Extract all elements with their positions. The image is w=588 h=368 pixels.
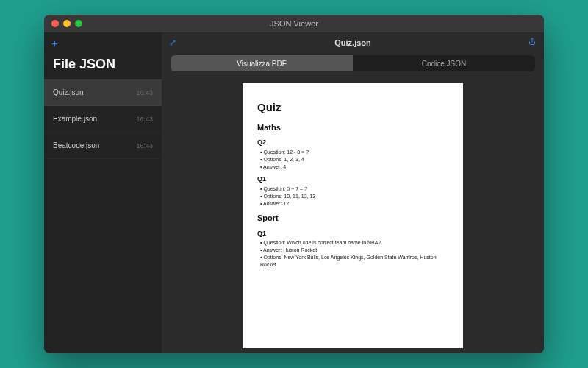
doc-line: Answer: 4	[260, 163, 448, 171]
document-filename: Quiz.json	[334, 38, 371, 47]
sidebar: + File JSON Quiz.json16:43Example.json16…	[44, 32, 162, 353]
traffic-lights	[44, 20, 82, 27]
doc-line: Answer: 12	[260, 200, 448, 208]
minimize-icon[interactable]	[63, 20, 71, 27]
main-toolbar: ⤢ Quiz.json	[162, 32, 544, 52]
doc-line: Question: 12 - 8 = ?	[260, 149, 448, 156]
file-time: 16:43	[136, 116, 153, 123]
file-name: Example.json	[53, 115, 97, 123]
tab-code[interactable]: Codice JSON	[353, 55, 535, 71]
doc-question-label: Q1	[257, 229, 448, 238]
doc-question-label: Q2	[257, 138, 448, 147]
share-icon[interactable]	[528, 37, 537, 48]
sidebar-item-file[interactable]: Example.json16:43	[44, 106, 162, 132]
add-file-icon[interactable]: +	[51, 37, 58, 49]
view-mode-tabs: Visualizza PDF Codice JSON	[171, 55, 535, 71]
doc-line: Options: 10, 11, 12, 13	[260, 193, 448, 200]
document-page: QuizMathsQ2Question: 12 - 8 = ?Options: …	[243, 83, 463, 348]
sidebar-title: File JSON	[44, 54, 162, 79]
expand-icon[interactable]: ⤢	[169, 38, 176, 48]
titlebar: JSON Viewer	[44, 15, 544, 32]
file-list: Quiz.json16:43Example.json16:43Beatcode.…	[44, 79, 162, 159]
window-title: JSON Viewer	[270, 19, 318, 28]
file-name: Beatcode.json	[53, 141, 99, 149]
file-time: 16:43	[136, 142, 153, 149]
window-body: + File JSON Quiz.json16:43Example.json16…	[44, 32, 544, 353]
doc-line: Question: 5 + 7 = ?	[260, 185, 448, 193]
doc-line: Options: New York Bulls, Los Angeles Kin…	[260, 254, 448, 269]
main-panel: ⤢ Quiz.json Visualizza PDF Codice JSON Q…	[162, 32, 544, 353]
file-name: Quiz.json	[53, 88, 84, 96]
sidebar-toolbar: +	[44, 32, 162, 54]
doc-line: Question: Which one is correct team name…	[260, 239, 448, 247]
maximize-icon[interactable]	[75, 20, 82, 27]
app-window: JSON Viewer + File JSON Quiz.json16:43Ex…	[44, 15, 544, 353]
doc-section-heading: Sport	[257, 213, 448, 224]
doc-question-lines: Question: 5 + 7 = ?Options: 10, 11, 12, …	[257, 185, 448, 207]
doc-question-label: Q1	[257, 174, 448, 184]
close-icon[interactable]	[51, 20, 59, 27]
doc-title: Quiz	[257, 99, 448, 115]
file-time: 16:43	[136, 89, 153, 96]
doc-question-lines: Question: Which one is correct team name…	[257, 239, 448, 268]
doc-line: Answer: Huston Rocket	[260, 247, 448, 254]
document-viewer[interactable]: QuizMathsQ2Question: 12 - 8 = ?Options: …	[162, 77, 544, 353]
tab-pdf[interactable]: Visualizza PDF	[171, 55, 353, 71]
sidebar-item-file[interactable]: Quiz.json16:43	[44, 79, 162, 106]
doc-section-heading: Maths	[257, 122, 448, 133]
doc-line: Options: 1, 2, 3, 4	[260, 156, 448, 163]
doc-question-lines: Question: 12 - 8 = ?Options: 1, 2, 3, 4A…	[257, 149, 448, 170]
sidebar-item-file[interactable]: Beatcode.json16:43	[44, 132, 162, 159]
